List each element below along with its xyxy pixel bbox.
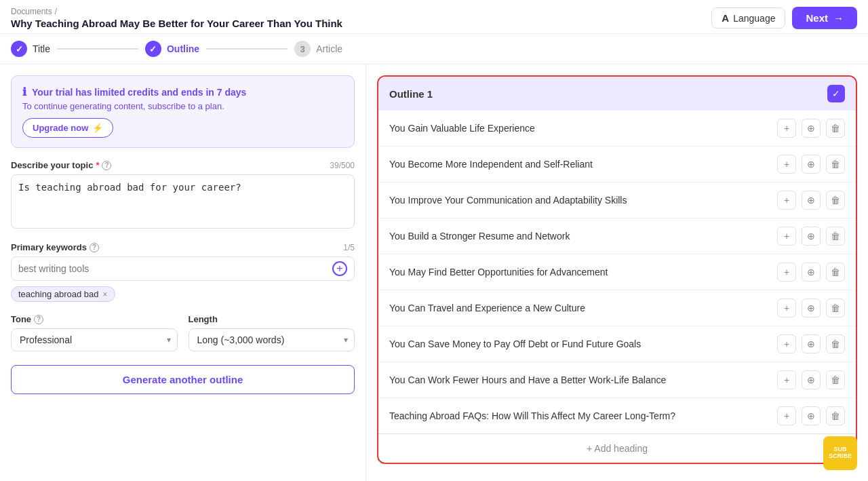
topic-help-icon[interactable]: ?	[102, 161, 111, 170]
length-select-wrapper: Short (~1,000 words) Medium (~2,000 word…	[189, 328, 355, 351]
item-zoom-btn-7[interactable]: ⊕	[802, 334, 821, 353]
trial-banner-subtitle: To continue generating content, subscrib…	[22, 101, 343, 111]
add-keyword-button[interactable]: +	[332, 261, 347, 276]
item-add-btn-2[interactable]: +	[777, 155, 796, 174]
upgrade-label: Upgrade now	[33, 123, 88, 133]
info-icon: ℹ	[22, 85, 26, 98]
item-delete-btn-6[interactable]: 🗑	[826, 299, 845, 318]
item-add-btn-9[interactable]: +	[777, 406, 796, 425]
check-icon-2: ✓	[149, 44, 157, 54]
item-zoom-btn-6[interactable]: ⊕	[802, 299, 821, 318]
outline-item-text-6: You Can Travel and Experience a New Cult…	[389, 303, 777, 313]
keyword-tag-1: teaching abroad bad ×	[11, 286, 115, 302]
upgrade-button[interactable]: Upgrade now ⚡	[22, 118, 113, 138]
outline-item-7: You Can Save Money to Pay Off Debt or Fu…	[378, 326, 856, 362]
generate-outline-button[interactable]: Generate another outline	[11, 365, 355, 394]
step-article-label: Article	[316, 43, 342, 54]
length-select[interactable]: Short (~1,000 words) Medium (~2,000 word…	[189, 328, 355, 351]
length-label: Length	[189, 314, 355, 324]
right-panel: Outline 1 ✓ You Gain Valuable Life Exper…	[366, 64, 868, 481]
tone-label-text: Tone	[11, 314, 31, 324]
step-line-1	[57, 48, 138, 50]
outline-item-5: You May Find Better Opportunities for Ad…	[378, 254, 856, 290]
tone-help-icon[interactable]: ?	[34, 315, 43, 324]
outline-item-2: You Become More Independent and Self-Rel…	[378, 147, 856, 182]
outline-title: Outline 1	[389, 88, 433, 100]
item-add-btn-4[interactable]: +	[777, 227, 796, 246]
step-outline: ✓ Outline	[145, 41, 199, 57]
step-title-circle: ✓	[11, 41, 27, 57]
keywords-input[interactable]	[18, 263, 332, 274]
item-delete-btn-2[interactable]: 🗑	[826, 155, 845, 174]
step-title: ✓ Title	[11, 41, 50, 57]
item-zoom-btn-2[interactable]: ⊕	[802, 155, 821, 174]
keyword-tag-remove-1[interactable]: ×	[103, 290, 108, 299]
topic-label-row: Describe your topic * ? 39/500	[11, 160, 355, 170]
item-actions-6: + ⊕ 🗑	[777, 299, 845, 318]
item-actions-5: + ⊕ 🗑	[777, 263, 845, 282]
item-delete-btn-9[interactable]: 🗑	[826, 406, 845, 425]
topic-textarea[interactable]: Is teaching abroad bad for your career?	[11, 174, 355, 229]
keyword-tag-text: teaching abroad bad	[18, 289, 99, 299]
outline-item-1: You Gain Valuable Life Experience + ⊕ 🗑	[378, 111, 856, 147]
item-zoom-btn-9[interactable]: ⊕	[802, 406, 821, 425]
item-add-btn-6[interactable]: +	[777, 299, 796, 318]
topic-label-text: Describe your topic	[11, 160, 93, 170]
item-delete-btn-1[interactable]: 🗑	[826, 119, 845, 138]
check-icon: ✓	[16, 44, 23, 54]
page-title: Why Teaching Abroad May Be Better for Yo…	[11, 18, 342, 29]
item-add-btn-1[interactable]: +	[777, 119, 796, 138]
left-panel: ℹ Your trial has limited credits and end…	[0, 64, 366, 481]
item-zoom-btn-8[interactable]: ⊕	[802, 370, 821, 389]
item-add-btn-7[interactable]: +	[777, 334, 796, 353]
tone-select-wrapper: Professional Casual Formal Friendly ▾	[11, 328, 178, 351]
outline-item-4: You Build a Stronger Resume and Network …	[378, 218, 856, 254]
keywords-input-row: +	[11, 256, 355, 281]
item-add-btn-3[interactable]: +	[777, 191, 796, 210]
add-heading-bar[interactable]: + Add heading	[378, 434, 856, 463]
breadcrumb-separator: /	[55, 7, 57, 16]
item-delete-btn-7[interactable]: 🗑	[826, 334, 845, 353]
item-add-btn-8[interactable]: +	[777, 370, 796, 389]
item-zoom-btn-5[interactable]: ⊕	[802, 263, 821, 282]
tone-select[interactable]: Professional Casual Formal Friendly	[11, 328, 178, 351]
outline-item-6: You Can Travel and Experience a New Cult…	[378, 290, 856, 326]
outline-item-text-4: You Build a Stronger Resume and Network	[389, 231, 777, 242]
trial-title-text: Your trial has limited credits and ends …	[32, 87, 246, 98]
topic-counter: 39/500	[330, 161, 355, 170]
keywords-help-icon[interactable]: ?	[90, 243, 99, 252]
top-header: Documents / Why Teaching Abroad May Be B…	[0, 0, 868, 34]
language-button[interactable]: A Language	[711, 7, 785, 28]
outline-card: Outline 1 ✓ You Gain Valuable Life Exper…	[377, 75, 857, 464]
required-star: *	[96, 160, 99, 170]
keywords-label-text: Primary keywords	[11, 242, 87, 252]
trial-banner-title: ℹ Your trial has limited credits and end…	[22, 85, 343, 98]
tone-label: Tone ?	[11, 314, 178, 324]
next-button[interactable]: Next →	[792, 7, 857, 29]
item-zoom-btn-4[interactable]: ⊕	[802, 227, 821, 246]
topic-field: Describe your topic * ? 39/500 Is teachi…	[11, 160, 355, 231]
outline-check-icon[interactable]: ✓	[827, 85, 845, 102]
item-delete-btn-8[interactable]: 🗑	[826, 370, 845, 389]
step-article-number: 3	[300, 44, 305, 54]
step-title-label: Title	[33, 43, 50, 54]
item-actions-4: + ⊕ 🗑	[777, 227, 845, 246]
breadcrumb-link[interactable]: Documents	[11, 7, 52, 16]
item-add-btn-5[interactable]: +	[777, 263, 796, 282]
item-zoom-btn-1[interactable]: ⊕	[802, 119, 821, 138]
tone-field: Tone ? Professional Casual Formal Friend…	[11, 314, 178, 351]
main-content: ℹ Your trial has limited credits and end…	[0, 64, 868, 481]
item-zoom-btn-3[interactable]: ⊕	[802, 191, 821, 210]
outline-item-text-5: You May Find Better Opportunities for Ad…	[389, 267, 777, 277]
item-delete-btn-3[interactable]: 🗑	[826, 191, 845, 210]
keywords-section: Primary keywords ? 1/5 + teaching abroad…	[11, 242, 355, 302]
item-actions-2: + ⊕ 🗑	[777, 155, 845, 174]
keywords-label: Primary keywords ?	[11, 242, 99, 252]
outline-item-text-9: Teaching Abroad FAQs: How Will This Affe…	[389, 410, 777, 421]
item-delete-btn-4[interactable]: 🗑	[826, 227, 845, 246]
scribe-text: SUBSCRIBE	[829, 446, 852, 460]
item-actions-8: + ⊕ 🗑	[777, 370, 845, 389]
outline-item-text-1: You Gain Valuable Life Experience	[389, 123, 777, 134]
item-delete-btn-5[interactable]: 🗑	[826, 263, 845, 282]
breadcrumb: Documents /	[11, 7, 342, 16]
